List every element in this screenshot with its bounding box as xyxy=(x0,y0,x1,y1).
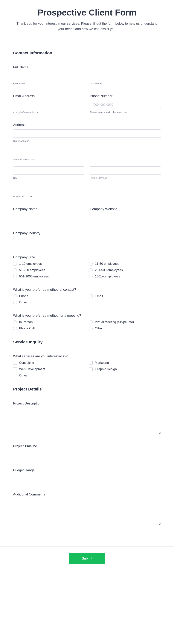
last-name-sublabel: Last Name xyxy=(90,82,161,85)
city-sublabel: City xyxy=(13,176,84,179)
submit-button[interactable]: Submit xyxy=(69,553,105,564)
size-option[interactable]: 1-10 employees xyxy=(13,262,85,266)
size-option[interactable]: 201-500 employees xyxy=(89,268,161,272)
additional-comments-input[interactable] xyxy=(13,499,161,525)
size-option[interactable]: 11-50 employees xyxy=(89,262,161,266)
radio-icon xyxy=(13,320,17,324)
section-service-title: Service Inquiry xyxy=(13,340,161,344)
service-option[interactable]: Marketing xyxy=(89,361,161,365)
contact-option[interactable]: Email xyxy=(89,294,161,298)
company-website-label: Company Website xyxy=(90,207,161,211)
meeting-option[interactable]: In Person xyxy=(13,320,85,324)
radio-icon xyxy=(13,294,17,298)
option-label: 51-200 employees xyxy=(19,268,45,272)
option-label: Marketing xyxy=(95,361,109,365)
section-project-title: Project Details xyxy=(13,387,161,392)
option-label: In Person xyxy=(19,320,33,324)
first-name-sublabel: First Name xyxy=(13,82,84,85)
radio-icon xyxy=(89,326,93,330)
radio-icon xyxy=(13,262,17,266)
checkbox-icon xyxy=(89,367,93,371)
service-option[interactable]: Graphic Design xyxy=(89,367,161,371)
phone-input[interactable] xyxy=(90,101,161,109)
size-option[interactable]: 501-1000 employees xyxy=(13,275,85,278)
radio-icon xyxy=(13,275,17,278)
option-label: 1-10 employees xyxy=(19,262,42,266)
form-header: Prospective Client Form Thank you for yo… xyxy=(0,0,174,43)
street2-sublabel: Street Address Line 2 xyxy=(13,158,161,161)
checkbox-icon xyxy=(13,374,17,378)
project-desc-label: Project Description xyxy=(13,402,161,406)
service-option[interactable]: Consulting xyxy=(13,361,85,365)
option-label: Phone Call xyxy=(19,326,35,330)
option-label: 501-1000 employees xyxy=(19,275,49,278)
address-label: Address xyxy=(13,123,161,127)
radio-icon xyxy=(13,326,17,330)
meeting-option[interactable]: Phone Call xyxy=(13,326,85,330)
first-name-input[interactable] xyxy=(13,72,84,80)
meeting-option[interactable]: Other xyxy=(89,326,161,330)
size-option[interactable]: 51-200 employees xyxy=(13,268,85,272)
company-industry-label: Company Industry xyxy=(13,231,161,235)
radio-icon xyxy=(13,268,17,272)
option-label: 11-50 employees xyxy=(95,262,119,266)
checkbox-icon xyxy=(13,367,17,371)
radio-icon xyxy=(89,268,93,272)
option-label: Email xyxy=(95,294,103,298)
form-footer: Submit xyxy=(0,546,174,575)
services-label: What services are you interested in? xyxy=(13,354,161,358)
option-label: Other xyxy=(19,374,27,378)
form-title: Prospective Client Form xyxy=(13,8,161,18)
budget-range-input[interactable] xyxy=(13,475,84,483)
radio-icon xyxy=(89,262,93,266)
option-label: Virtual Meeting (Skype, etc) xyxy=(95,320,134,324)
radio-icon xyxy=(89,275,93,278)
phone-label: Phone Number xyxy=(90,94,161,98)
option-label: Web Development xyxy=(19,367,45,371)
last-name-input[interactable] xyxy=(90,72,161,80)
checkbox-icon xyxy=(13,361,17,365)
project-timeline-label: Project Timeline xyxy=(13,444,161,448)
option-label: Phone xyxy=(19,294,28,298)
state-sublabel: State / Province xyxy=(90,176,161,179)
project-timeline-input[interactable] xyxy=(13,451,84,459)
service-option[interactable]: Web Development xyxy=(13,367,85,371)
email-label: Email Address xyxy=(13,94,84,98)
service-option[interactable]: Other xyxy=(13,374,85,378)
radio-icon xyxy=(89,294,93,298)
phone-hint: Please enter a valid phone number. xyxy=(90,111,161,114)
meeting-method-label: What is your preferred method for a meet… xyxy=(13,314,161,318)
radio-icon xyxy=(89,320,93,324)
checkbox-icon xyxy=(89,361,93,365)
city-input[interactable] xyxy=(13,166,84,175)
divider xyxy=(13,347,161,347)
form-subtitle: Thank you for your interest in our servi… xyxy=(13,21,161,32)
option-label: Other xyxy=(95,326,103,330)
option-label: Other xyxy=(19,300,27,304)
contact-option[interactable]: Other xyxy=(13,300,85,304)
street2-input[interactable] xyxy=(13,148,161,156)
budget-range-label: Budget Range xyxy=(13,468,161,472)
company-name-label: Company Name xyxy=(13,207,84,211)
state-input[interactable] xyxy=(90,166,161,175)
option-label: 201-500 employees xyxy=(95,268,123,272)
postal-input[interactable] xyxy=(13,185,161,193)
email-input[interactable] xyxy=(13,101,84,109)
contact-option[interactable]: Phone xyxy=(13,294,85,298)
company-size-label: Company Size xyxy=(13,256,161,259)
street1-input[interactable] xyxy=(13,130,161,138)
company-website-input[interactable] xyxy=(90,214,161,222)
size-option[interactable]: 1001+ employees xyxy=(89,275,161,278)
company-industry-input[interactable] xyxy=(13,238,84,246)
option-label: 1001+ employees xyxy=(95,275,120,278)
company-name-input[interactable] xyxy=(13,214,84,222)
meeting-option[interactable]: Virtual Meeting (Skype, etc) xyxy=(89,320,161,324)
project-desc-input[interactable] xyxy=(13,408,161,434)
radio-icon xyxy=(13,300,17,304)
street1-sublabel: Street Address xyxy=(13,140,161,142)
additional-comments-label: Additional Comments xyxy=(13,492,161,496)
option-label: Consulting xyxy=(19,361,34,365)
option-label: Graphic Design xyxy=(95,367,117,371)
email-hint: example@example.com xyxy=(13,111,84,114)
divider xyxy=(13,58,161,58)
